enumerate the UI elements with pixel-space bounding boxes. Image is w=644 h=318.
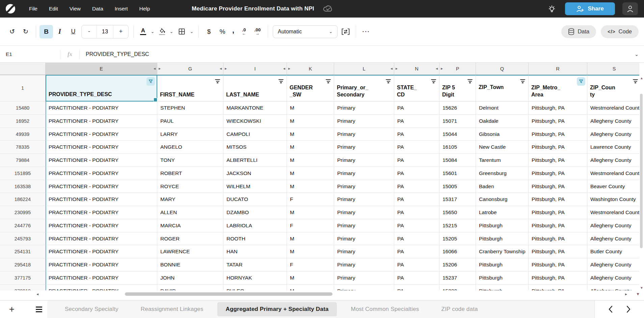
sort-filter-icon[interactable] bbox=[520, 79, 525, 83]
cell[interactable]: Pittsburgh, PA bbox=[529, 245, 587, 258]
cell[interactable]: Allegheny County bbox=[587, 285, 639, 291]
cell[interactable]: M bbox=[287, 245, 334, 258]
column-header-L[interactable]: L◂ bbox=[334, 63, 394, 75]
cell[interactable]: Primary bbox=[334, 271, 394, 285]
cell[interactable]: Pittsburgh, PA bbox=[529, 285, 587, 291]
feedback-lightbulb-button[interactable] bbox=[546, 3, 558, 15]
sheet-tab-aggregated-primary-specialty-data[interactable]: Aggregated Primary + Specialty Data bbox=[217, 302, 337, 316]
cell[interactable]: ROBERT bbox=[157, 167, 223, 180]
table-header-cell-N[interactable]: STATE_CD bbox=[394, 75, 439, 102]
cell[interactable]: Pittsburgh, PA bbox=[529, 128, 587, 141]
menu-view[interactable]: View bbox=[64, 4, 86, 14]
cell[interactable]: PA bbox=[394, 219, 439, 232]
cell[interactable]: PRACTITIONER - PODIATRY bbox=[46, 193, 157, 206]
hidden-columns-indicator-icon[interactable]: ◂ bbox=[220, 66, 222, 71]
cell[interactable]: DUCATO bbox=[223, 193, 287, 206]
column-header-K[interactable]: K▸ bbox=[287, 63, 334, 75]
cell[interactable]: Allegheny County bbox=[587, 115, 639, 128]
sort-filter-icon[interactable] bbox=[633, 79, 638, 83]
cell[interactable]: Delmont bbox=[476, 102, 529, 115]
cell[interactable]: PA bbox=[394, 141, 439, 154]
cell[interactable]: 15237 bbox=[439, 271, 476, 285]
cell[interactable]: PA bbox=[394, 232, 439, 245]
cell[interactable]: Primary bbox=[334, 206, 394, 219]
cell[interactable]: Primary bbox=[334, 115, 394, 128]
hidden-columns-indicator-icon[interactable]: ◂ bbox=[436, 66, 438, 71]
cell[interactable]: Primary bbox=[334, 193, 394, 206]
cell[interactable]: PA bbox=[394, 154, 439, 167]
cell[interactable]: Primary bbox=[334, 167, 394, 180]
cell[interactable]: Oakdale bbox=[476, 115, 529, 128]
undo-button[interactable]: ↺ bbox=[5, 25, 19, 38]
cell[interactable]: Primary bbox=[334, 285, 394, 291]
cell[interactable]: PRACTITIONER - PODIATRY bbox=[46, 206, 157, 219]
cell[interactable]: LARRY bbox=[157, 128, 223, 141]
cell[interactable]: 16105 bbox=[439, 141, 476, 154]
sheet-tab-zip-code-data[interactable]: ZIP code data bbox=[433, 302, 486, 316]
row-number[interactable]: 186224 bbox=[0, 193, 46, 206]
row-number[interactable]: 244776 bbox=[0, 219, 46, 232]
swap-arrows-button[interactable] bbox=[339, 25, 352, 38]
cell[interactable]: PA bbox=[394, 285, 439, 291]
row-number[interactable]: 254131 bbox=[0, 245, 46, 258]
cell[interactable]: HORNYAK bbox=[223, 271, 287, 285]
filter-active-icon[interactable] bbox=[146, 77, 155, 86]
cell[interactable]: M bbox=[287, 115, 334, 128]
cell[interactable]: Allegheny County bbox=[587, 154, 639, 167]
cell[interactable]: M bbox=[287, 128, 334, 141]
cell[interactable]: PRACTITIONER - PODIATRY bbox=[46, 141, 157, 154]
table-header-cell-E[interactable]: PROVIDER_TYPE_DESC bbox=[46, 75, 157, 102]
table-header-cell-Q[interactable]: ZIP_Town bbox=[476, 75, 529, 102]
cell[interactable]: MARCIA bbox=[157, 219, 223, 232]
cell[interactable]: Pittsburgh, PA bbox=[529, 258, 587, 271]
formula-bar-expand-chevron[interactable]: ⌄ bbox=[635, 52, 639, 57]
cell[interactable]: Pittsburgh, PA bbox=[529, 115, 587, 128]
comma-format-button[interactable]: , bbox=[229, 25, 237, 38]
filter-active-icon[interactable] bbox=[577, 77, 585, 86]
fill-color-button[interactable] bbox=[156, 25, 168, 38]
cell[interactable]: 15220 bbox=[439, 285, 476, 291]
cell[interactable]: PA bbox=[394, 128, 439, 141]
tabs-scroll-right-button[interactable] bbox=[624, 303, 633, 315]
cell[interactable]: Washington County bbox=[587, 193, 639, 206]
cell[interactable]: 15044 bbox=[439, 128, 476, 141]
column-header-N[interactable]: N▸◂ bbox=[394, 63, 439, 75]
cell[interactable]: ALBERTELLI bbox=[223, 154, 287, 167]
cell[interactable]: Pittsburgh, PA bbox=[529, 154, 587, 167]
cell[interactable]: Pittsburgh bbox=[476, 232, 529, 245]
cell[interactable]: PRACTITIONER - PODIATRY bbox=[46, 245, 157, 258]
sort-filter-icon[interactable] bbox=[215, 79, 220, 83]
cell[interactable]: DZAMBO bbox=[223, 206, 287, 219]
cell-reference-box[interactable]: E1 bbox=[0, 51, 60, 57]
cell[interactable]: PRACTITIONER - PODIATRY bbox=[46, 219, 157, 232]
sort-filter-icon[interactable] bbox=[431, 79, 436, 83]
cell[interactable]: Pittsburgh, PA bbox=[529, 232, 587, 245]
table-header-cell-L[interactable]: Primary_or_Secondary bbox=[334, 75, 394, 102]
cell[interactable]: PRACTITIONER - PODIATRY bbox=[46, 154, 157, 167]
cell[interactable]: Allegheny County bbox=[587, 232, 639, 245]
cell[interactable]: Allegheny County bbox=[587, 128, 639, 141]
row-number-1[interactable]: 1 bbox=[0, 75, 46, 102]
sheet-menu-hamburger-button[interactable] bbox=[32, 302, 45, 316]
grid-corner-cell[interactable] bbox=[0, 63, 46, 75]
row-number[interactable]: 15480 bbox=[0, 102, 46, 115]
menu-edit[interactable]: Edit bbox=[43, 4, 64, 14]
cell[interactable]: Pittsburgh, PA bbox=[529, 180, 587, 193]
sort-filter-icon[interactable] bbox=[326, 79, 331, 83]
cell[interactable]: WILHELM bbox=[223, 180, 287, 193]
cell[interactable]: Baden bbox=[476, 180, 529, 193]
app-logo-icon[interactable] bbox=[5, 3, 16, 14]
table-header-cell-K[interactable]: GENDER_SW bbox=[287, 75, 334, 102]
data-panel-button[interactable]: Data bbox=[561, 25, 596, 38]
cell[interactable]: LABRIOLA bbox=[223, 219, 287, 232]
cell[interactable]: Lawrence County bbox=[587, 141, 639, 154]
cell[interactable]: F bbox=[287, 193, 334, 206]
cell[interactable]: 15071 bbox=[439, 115, 476, 128]
scroll-left-arrow[interactable]: ◂ bbox=[36, 292, 38, 296]
hidden-columns-indicator-icon[interactable]: ▸ bbox=[396, 66, 398, 71]
row-number[interactable]: 79884 bbox=[0, 154, 46, 167]
cell[interactable]: ANGELO bbox=[157, 141, 223, 154]
cell[interactable]: PAUL bbox=[157, 115, 223, 128]
cell[interactable]: WIECKOWSKI bbox=[223, 115, 287, 128]
horizontal-scrollbar[interactable]: ◂ ▸ ▼ bbox=[0, 290, 644, 300]
